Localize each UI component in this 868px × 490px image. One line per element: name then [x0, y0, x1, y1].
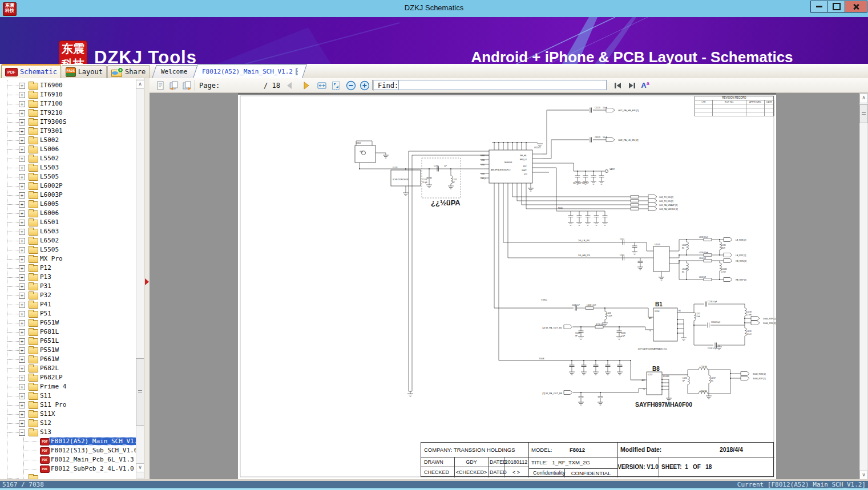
tree-folder[interactable]: +IT6910 [0, 90, 136, 99]
tree-scrollbar-thumb[interactable] [136, 358, 144, 426]
tree-folder[interactable]: +L6006 [0, 209, 136, 218]
tree-file[interactable]: PDFF8012(S13)_Sub_SCH_V1.0 [0, 446, 136, 455]
tree-file[interactable]: PDFF8012(A52)_Main_SCH_V1.2 [0, 437, 136, 446]
tree-folder[interactable]: +IT6900 [0, 81, 136, 90]
scroll-down-arrow[interactable]: ∨ [136, 463, 144, 472]
prev-page-button[interactable] [284, 79, 296, 91]
single-page-button[interactable] [154, 79, 166, 91]
next-page-button[interactable] [300, 79, 312, 91]
expand-icon[interactable]: + [19, 174, 25, 180]
collapse-icon[interactable]: − [19, 430, 25, 436]
expand-icon[interactable]: + [19, 83, 25, 89]
tree-folder[interactable]: +L5503 [0, 163, 136, 172]
tree-folder[interactable]: +P651W [0, 318, 136, 327]
tab-share[interactable]: + Share [107, 65, 150, 78]
expand-icon[interactable]: + [19, 329, 25, 335]
fit-width-button[interactable] [316, 79, 328, 91]
tree-folder[interactable]: +P651L [0, 337, 136, 346]
expand-icon[interactable]: + [19, 366, 25, 372]
tree-folder[interactable]: +Prime 4 [0, 382, 136, 391]
expand-icon[interactable]: + [19, 411, 25, 418]
expand-icon[interactable]: + [19, 311, 25, 317]
zoom-out-button[interactable] [345, 79, 357, 91]
tree-folder[interactable]: +S12 [0, 419, 136, 428]
expand-icon[interactable]: + [19, 320, 25, 326]
tree-folder[interactable]: +L5505 [0, 245, 136, 254]
tree-folder[interactable]: +IT7100 [0, 99, 136, 108]
find-input[interactable] [398, 80, 607, 90]
tree-folder[interactable]: +L5002 [0, 136, 136, 145]
expand-icon[interactable]: + [19, 274, 25, 281]
tree-folder[interactable]: +IT9301 [0, 127, 136, 136]
expand-icon[interactable]: + [19, 384, 25, 390]
expand-icon[interactable]: + [19, 201, 25, 208]
tree-folder[interactable]: +P12 [0, 264, 136, 273]
tree-folder[interactable]: +P682L [0, 364, 136, 373]
tab-schematic[interactable]: PDF Schematic [1, 64, 61, 78]
maximize-button[interactable] [827, 1, 845, 13]
expand-icon[interactable]: + [19, 375, 25, 381]
scroll-up-arrow[interactable]: ∧ [136, 80, 144, 89]
expand-icon[interactable]: + [19, 293, 25, 299]
tree-folder[interactable]: +L6501 [0, 218, 136, 227]
tree-folder[interactable]: +S11 [0, 391, 136, 400]
expand-icon[interactable]: + [19, 165, 25, 171]
tree-folder[interactable]: +P682LP [0, 373, 136, 382]
tree-folder[interactable]: +IT9210 [0, 108, 136, 118]
scroll-up-arrow[interactable]: ∧ [859, 94, 868, 103]
expand-icon[interactable]: + [19, 192, 25, 199]
zoom-in-button[interactable] [358, 79, 370, 91]
expand-icon[interactable]: + [19, 101, 25, 107]
find-next-button[interactable] [625, 79, 637, 91]
tree-folder[interactable]: +L5505 [0, 172, 136, 181]
expand-icon[interactable]: + [19, 92, 25, 98]
expand-icon[interactable]: + [19, 156, 25, 162]
tree-folder[interactable] [0, 473, 136, 479]
tree-folder[interactable]: +L5502 [0, 154, 136, 163]
tree-folder[interactable]: −S13 [0, 428, 136, 437]
tree-folder[interactable]: +P551W [0, 346, 136, 355]
expand-icon[interactable]: + [19, 420, 25, 427]
next-view-button[interactable] [181, 79, 193, 91]
tree-folder[interactable]: +L6002P [0, 181, 136, 191]
tab-layout[interactable]: PADS Layout [62, 65, 107, 78]
expand-icon[interactable]: + [19, 183, 25, 189]
expand-icon[interactable]: + [19, 137, 25, 144]
expand-icon[interactable]: + [19, 229, 25, 235]
tree-folder[interactable]: +P32 [0, 291, 136, 300]
tab-close-icon[interactable] [296, 68, 298, 75]
minimize-button[interactable] [810, 1, 828, 13]
expand-icon[interactable]: + [19, 119, 25, 125]
expand-icon[interactable]: + [19, 357, 25, 363]
expand-icon[interactable]: + [19, 393, 25, 399]
expand-icon[interactable]: + [19, 210, 25, 217]
expand-icon[interactable]: + [19, 128, 25, 135]
viewer-scrollbar[interactable] [859, 93, 868, 481]
tree-folder[interactable]: +MX Pro [0, 254, 136, 264]
viewer-scrollbar-thumb[interactable] [859, 104, 868, 123]
tree-folder[interactable]: +P41 [0, 300, 136, 309]
tree-folder[interactable]: +S11 Pro [0, 400, 136, 410]
tree-folder[interactable]: +L5006 [0, 145, 136, 154]
expand-icon[interactable]: + [19, 347, 25, 354]
expand-icon[interactable]: + [19, 302, 25, 308]
expand-icon[interactable]: + [19, 238, 25, 244]
expand-icon[interactable]: + [19, 265, 25, 272]
tree-folder[interactable]: +S11X [0, 410, 136, 419]
tree-folder[interactable]: +P681L [0, 327, 136, 337]
tree-folder[interactable]: +P51 [0, 309, 136, 318]
tab-document-active[interactable]: F8012(A52)_Main_SCH_V1.2 [195, 64, 305, 78]
splitter-collapse-icon[interactable] [145, 278, 149, 285]
expand-icon[interactable]: + [19, 147, 25, 153]
tree-folder[interactable]: +P13 [0, 273, 136, 282]
expand-icon[interactable]: + [19, 338, 25, 345]
tree-folder[interactable]: +L6503 [0, 227, 136, 236]
close-button[interactable] [845, 1, 867, 13]
tree-folder[interactable]: +L6003P [0, 191, 136, 200]
find-prev-button[interactable] [612, 79, 624, 91]
tree-file[interactable]: PDFF8012_SubPcb_2_4L-V1.0 [0, 464, 136, 473]
tree-folder[interactable]: +P31 [0, 282, 136, 291]
tree-folder[interactable]: +IT9300S [0, 118, 136, 127]
expand-icon[interactable]: + [19, 284, 25, 290]
expand-icon[interactable]: + [19, 110, 25, 116]
